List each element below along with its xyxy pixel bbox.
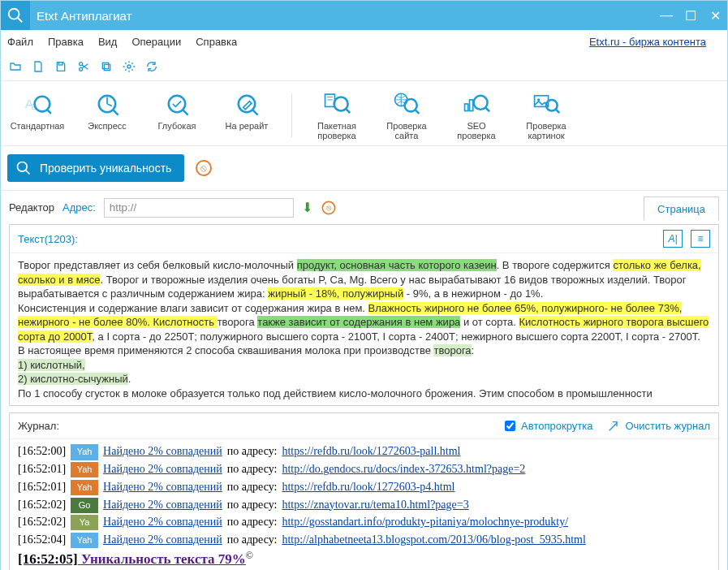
log-body[interactable]: [16:52:00] Yah Найдено 2% совпадений по … <box>10 439 718 570</box>
engine-badge: Go <box>71 498 98 513</box>
download-icon[interactable]: ⬇ <box>302 200 312 215</box>
etxt-site-link[interactable]: Etxt.ru - биржа контента <box>589 36 706 48</box>
match-url[interactable]: https://znaytovar.ru/tema10.html?page=3 <box>282 496 468 514</box>
small-toolbar <box>1 53 727 81</box>
svg-line-37 <box>26 171 30 175</box>
svg-rect-28 <box>465 104 468 111</box>
seo-check[interactable]: SEO проверка <box>446 86 506 144</box>
engine-badge: Ya <box>71 515 98 530</box>
svg-rect-2 <box>58 63 62 65</box>
seo-check-label: SEO проверка <box>457 121 495 140</box>
batch-check[interactable]: Пакетная проверка <box>307 86 367 144</box>
log-at-text: по адресу: <box>227 513 278 531</box>
text-panel-header: Текст(1203): A| ≡ <box>10 225 718 253</box>
menu-view[interactable]: Вид <box>98 36 118 48</box>
uniqueness-result: [16:52:05] Уникальность текста 79%© <box>18 549 710 570</box>
log-row: [16:52:01] Yah Найдено 2% совпадений по … <box>18 478 710 496</box>
text-content[interactable]: Творог представляет из себя белковый кис… <box>10 253 718 405</box>
menu-edit[interactable]: Правка <box>48 36 84 48</box>
check-bar: Проверить уникальность ⦸ <box>1 146 727 191</box>
autoscroll-checkbox[interactable] <box>505 421 515 431</box>
menu-ops[interactable]: Операции <box>131 36 181 48</box>
batch-check-label: Пакетная проверка <box>317 121 356 140</box>
mode-rewrite[interactable]: На рерайт <box>217 86 277 134</box>
svg-line-24 <box>346 109 350 113</box>
autoscroll-toggle[interactable]: Автопрокрутка <box>502 418 592 434</box>
mode-deep[interactable]: Глубокая <box>147 86 207 134</box>
svg-rect-6 <box>102 63 108 68</box>
match-url[interactable]: https://refdb.ru/look/1272603-p4.html <box>282 478 454 496</box>
tab-page-label: Страница <box>657 203 705 215</box>
mode-express[interactable]: Экспресс <box>77 86 137 134</box>
image-check[interactable]: Проверка картинок <box>516 86 576 144</box>
mode-express-label: Экспресс <box>88 121 127 131</box>
found-link[interactable]: Найдено 2% совпадений <box>103 496 222 514</box>
log-row: [16:52:00] Yah Найдено 2% совпадений по … <box>18 443 710 460</box>
svg-line-1 <box>18 18 23 23</box>
log-timestamp: [16:52:01] <box>18 478 66 496</box>
svg-line-11 <box>47 110 51 114</box>
mode-toolbar: Aa Стандартная Экспресс Глубокая На рера… <box>1 81 727 146</box>
match-url[interactable]: http://alphabetneeta13.blogspot.com/2013… <box>282 531 585 549</box>
menu-file[interactable]: Файл <box>7 36 33 48</box>
match-url[interactable]: https://refdb.ru/look/1272603-pall.html <box>282 443 460 460</box>
svg-point-30 <box>474 96 488 110</box>
svg-point-36 <box>18 162 28 172</box>
maximize-button[interactable]: ☐ <box>678 1 703 30</box>
log-at-text: по адресу: <box>227 460 278 478</box>
scissors-icon[interactable] <box>77 60 90 73</box>
editor-header: Редактор Адрес: ⬇ ⦸ Страница <box>1 191 727 224</box>
svg-line-19 <box>253 110 258 115</box>
svg-line-17 <box>183 110 188 115</box>
check-button-label: Проверить уникальность <box>40 162 171 175</box>
svg-line-35 <box>555 109 559 113</box>
mode-rewrite-label: На рерайт <box>226 121 269 131</box>
log-timestamp: [16:52:04] <box>18 531 66 549</box>
text-lines-icon[interactable]: ≡ <box>691 230 710 248</box>
log-row: [16:52:04] Yah Найдено 2% совпадений по … <box>18 531 710 549</box>
minimize-button[interactable]: — <box>654 1 678 30</box>
svg-line-14 <box>107 104 112 106</box>
menu-help[interactable]: Справка <box>196 36 237 48</box>
svg-rect-5 <box>104 64 110 70</box>
log-row: [16:52:01] Yah Найдено 2% совпадений по … <box>18 460 710 478</box>
stop-icon[interactable]: ⦸ <box>196 160 212 176</box>
mode-standard-label: Стандартная <box>11 121 65 131</box>
mode-standard[interactable]: Aa Стандартная <box>7 86 67 134</box>
refresh-icon[interactable] <box>145 60 158 73</box>
match-url[interactable]: http://do.gendocs.ru/docs/index-372653.h… <box>282 460 525 478</box>
found-link[interactable]: Найдено 2% совпадений <box>103 443 222 460</box>
mode-deep-label: Глубокая <box>158 121 196 131</box>
clear-log-button[interactable]: Очистить журнал <box>607 420 710 433</box>
svg-rect-29 <box>470 100 473 111</box>
log-at-text: по адресу: <box>227 531 278 549</box>
found-link[interactable]: Найдено 2% совпадений <box>103 478 222 496</box>
text-panel: Текст(1203): A| ≡ Творог представляет из… <box>9 224 719 406</box>
check-uniqueness-button[interactable]: Проверить уникальность <box>7 154 184 182</box>
copy-icon[interactable] <box>100 60 113 73</box>
address-label: Адрес: <box>62 201 96 214</box>
tab-page[interactable]: Страница <box>644 196 719 220</box>
found-link[interactable]: Найдено 2% совпадений <box>103 460 222 478</box>
svg-line-27 <box>415 110 419 114</box>
image-check-label: Проверка картинок <box>526 121 566 140</box>
settings-icon[interactable] <box>123 60 136 73</box>
uniqueness-text: Уникальность текста 79% <box>81 551 246 567</box>
folder-open-icon[interactable] <box>9 60 22 73</box>
app-window: Etxt Антиплагиат — ☐ ✕ Файл Правка Вид О… <box>0 0 728 570</box>
url-input[interactable] <box>104 198 294 218</box>
engine-badge: Yah <box>71 462 98 477</box>
match-url[interactable]: http://gosstandart.info/produkty-pitaniy… <box>282 513 568 531</box>
text-format-icon[interactable]: A| <box>663 230 683 248</box>
save-icon[interactable] <box>54 60 67 73</box>
svg-line-15 <box>114 110 118 115</box>
found-link[interactable]: Найдено 2% совпадений <box>103 513 222 531</box>
document-icon[interactable] <box>32 60 45 73</box>
cancel-url-icon[interactable]: ⦸ <box>321 201 335 214</box>
found-link[interactable]: Найдено 2% совпадений <box>103 531 222 549</box>
log-timestamp: [16:52:00] <box>18 443 66 460</box>
autoscroll-label: Автопрокрутка <box>521 420 592 432</box>
close-button[interactable]: ✕ <box>703 1 727 30</box>
log-timestamp: [16:52:02] <box>18 513 66 531</box>
site-check[interactable]: Проверка сайта <box>377 86 437 144</box>
